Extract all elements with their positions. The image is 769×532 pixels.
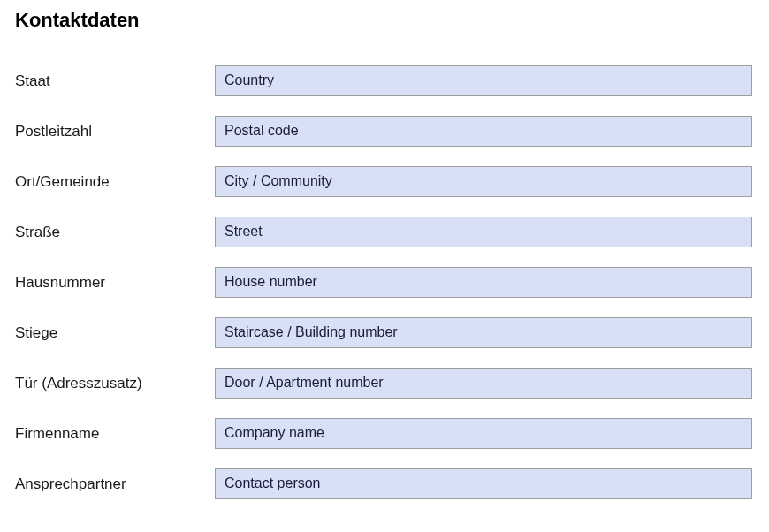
field-firmenname[interactable]: Company name: [215, 418, 752, 449]
row-hausnummer: Hausnummer House number: [13, 267, 756, 298]
field-hausnummer[interactable]: House number: [215, 267, 752, 298]
label-postleitzahl: Postleitzahl: [13, 123, 215, 141]
row-tuer: Tür (Adresszusatz) Door / Apartment numb…: [13, 368, 756, 399]
label-ort-gemeinde: Ort/Gemeinde: [13, 173, 215, 191]
label-tuer: Tür (Adresszusatz): [13, 375, 215, 392]
label-ansprechpartner: Ansprechpartner: [13, 475, 215, 493]
row-stiege: Stiege Staircase / Building number: [13, 317, 756, 348]
field-staat[interactable]: Country: [215, 65, 752, 96]
label-hausnummer: Hausnummer: [13, 274, 215, 292]
row-postleitzahl: Postleitzahl Postal code: [13, 116, 756, 147]
field-ort-gemeinde[interactable]: City / Community: [215, 166, 752, 197]
field-stiege[interactable]: Staircase / Building number: [215, 317, 752, 348]
field-tuer[interactable]: Door / Apartment number: [215, 368, 752, 399]
row-staat: Staat Country: [13, 65, 756, 96]
label-staat: Staat: [13, 72, 215, 90]
row-ort-gemeinde: Ort/Gemeinde City / Community: [13, 166, 756, 197]
row-firmenname: Firmenname Company name: [13, 418, 756, 449]
label-firmenname: Firmenname: [13, 425, 215, 443]
row-ansprechpartner: Ansprechpartner Contact person: [13, 468, 756, 499]
label-strasse: Straße: [13, 224, 215, 241]
page-title: Kontaktdaten: [13, 9, 756, 32]
field-ansprechpartner[interactable]: Contact person: [215, 468, 752, 499]
field-postleitzahl[interactable]: Postal code: [215, 116, 752, 147]
label-stiege: Stiege: [13, 324, 215, 342]
row-strasse: Straße Street: [13, 217, 756, 247]
field-strasse[interactable]: Street: [215, 217, 752, 247]
